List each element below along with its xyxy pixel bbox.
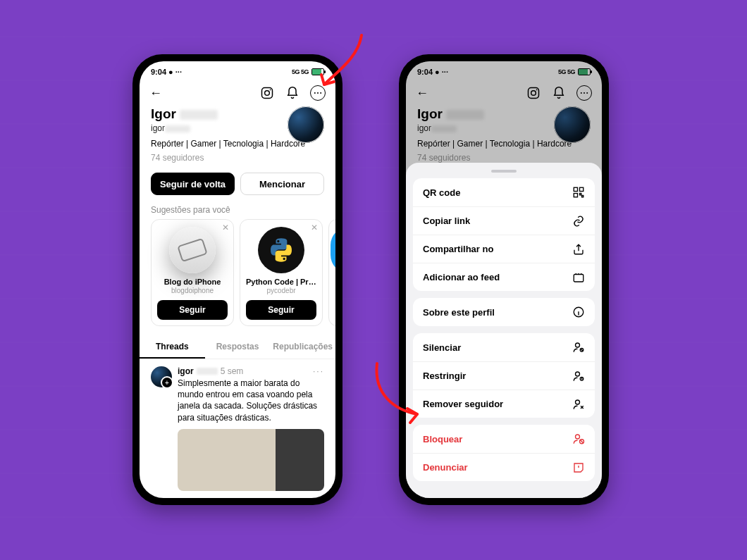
suggestion-name: Blog do iPhone (157, 278, 228, 286)
sheet-handle[interactable] (491, 170, 517, 173)
suggestion-username: blogdoiphone (157, 287, 228, 294)
phone-left: 9:04 ● ··· 5G 5G ← Igor igor Repórter | … (132, 54, 342, 505)
battery-icon (311, 68, 324, 75)
mute-row[interactable]: Silenciar (413, 333, 595, 361)
suggestions-title: Sugestões para você (140, 199, 335, 219)
followers-count[interactable]: 74 seguidores (151, 153, 324, 163)
sheet-group-3: Silenciar Restringir Remover seguidor (413, 333, 595, 418)
handle: igor (417, 123, 591, 133)
suggestion-card[interactable]: ✕ Python Code | Pro… pycodebr Seguir (240, 219, 323, 326)
svg-rect-0 (262, 88, 273, 99)
remove-user-icon (572, 398, 585, 411)
status-right: 5G 5G (292, 68, 324, 75)
redacted-handle (165, 125, 190, 132)
sheet-group-1: QR code Copiar link Compartilhar no Adic… (413, 178, 595, 291)
screen-left: 9:04 ● ··· 5G 5G ← Igor igor Repórter | … (140, 61, 335, 498)
follow-back-button[interactable]: Seguir de volta (151, 173, 235, 195)
post-author[interactable]: igor (178, 366, 194, 376)
instagram-icon[interactable] (526, 85, 541, 101)
status-bar: 9:04 ● ··· 5G 5G (406, 61, 602, 82)
suggestion-name: Python Code | Pro… (246, 278, 316, 286)
post-more-icon[interactable]: ··· (313, 366, 324, 376)
report-row[interactable]: Denunciar (413, 453, 595, 481)
svg-point-9 (581, 92, 582, 94)
notifications-icon[interactable] (285, 85, 300, 101)
suggestion-username: pycodebr (246, 287, 316, 294)
sheet-group-2: Sobre este perfil (413, 298, 595, 326)
remove-follower-row[interactable]: Remover seguidor (413, 390, 595, 418)
notifications-icon[interactable] (551, 85, 567, 101)
suggestions-row[interactable]: ✕ Blog do iPhone blogdoiphone Seguir ✕ P… (140, 219, 335, 326)
screen-right: 9:04 ● ··· 5G 5G ← Igor igor Repórter | … (406, 61, 602, 498)
back-icon[interactable]: ← (416, 86, 428, 101)
svg-rect-13 (580, 187, 584, 191)
svg-point-21 (576, 400, 580, 404)
post[interactable]: igor 5 sem ··· Simplesmente a maior bara… (140, 359, 335, 498)
suggestion-avatar (169, 227, 216, 273)
back-icon[interactable]: ← (149, 86, 162, 101)
tab-replies[interactable]: Respostas (205, 336, 271, 359)
redacted-handle (431, 125, 457, 132)
link-icon (572, 215, 585, 228)
close-icon[interactable]: ✕ (311, 223, 318, 232)
suggestion-card-partial[interactable]: C (328, 219, 335, 326)
suggestion-card[interactable]: ✕ Blog do iPhone blogdoiphone Seguir (151, 219, 234, 326)
qr-icon (572, 186, 585, 199)
close-icon[interactable]: ✕ (222, 223, 229, 232)
header-icons (526, 85, 592, 101)
feed-icon (572, 271, 585, 284)
share-icon (572, 243, 585, 256)
mention-button[interactable]: Mencionar (240, 173, 324, 195)
phone-right: 9:04 ● ··· 5G 5G ← Igor igor Repórter | … (399, 54, 609, 505)
svg-point-10 (584, 92, 585, 94)
profile-tabs: Threads Respostas Republicações (140, 336, 335, 359)
post-meta: igor 5 sem ··· (178, 366, 324, 376)
svg-point-22 (576, 435, 580, 439)
action-sheet: QR code Copiar link Compartilhar no Adic… (406, 163, 602, 498)
share-row[interactable]: Compartilhar no (413, 235, 595, 263)
qr-code-row[interactable]: QR code (413, 178, 595, 206)
suggestion-avatar (331, 227, 335, 273)
more-options-icon[interactable] (310, 85, 326, 101)
followers-count[interactable]: 74 seguidores (417, 153, 591, 163)
restrict-row[interactable]: Restringir (413, 361, 595, 390)
svg-point-5 (320, 92, 321, 94)
redacted-last-name (180, 110, 218, 120)
more-options-icon[interactable] (576, 85, 592, 101)
header-icons (259, 85, 326, 101)
svg-point-11 (586, 92, 588, 94)
report-icon (572, 461, 585, 474)
avatar[interactable] (554, 106, 591, 143)
block-row[interactable]: Bloquear (413, 425, 595, 453)
svg-point-3 (314, 92, 316, 94)
profile-block: Igor igor Repórter | Gamer | Tecnologia … (140, 105, 335, 168)
about-profile-row[interactable]: Sobre este perfil (413, 298, 595, 326)
add-to-feed-row[interactable]: Adicionar ao feed (413, 263, 595, 291)
status-bar: 9:04 ● ··· 5G 5G (140, 61, 335, 82)
suggestion-name: C (329, 278, 335, 286)
bio: Repórter | Gamer | Tecnologia | Hardcore (417, 139, 591, 149)
follow-button[interactable]: Seguir (157, 300, 228, 320)
battery-icon (578, 68, 591, 75)
follow-button[interactable]: Seguir (246, 300, 316, 320)
post-text: Simplesmente a maior barata do mundo ent… (178, 378, 324, 423)
tab-threads[interactable]: Threads (140, 336, 205, 359)
profile-block: Igor igor Repórter | Gamer | Tecnologia … (406, 105, 602, 168)
post-body: igor 5 sem ··· Simplesmente a maior bara… (178, 366, 324, 491)
svg-rect-12 (574, 187, 577, 191)
avatar[interactable] (288, 106, 324, 143)
header: ← (406, 82, 602, 105)
redacted-last-name (446, 110, 484, 120)
post-image[interactable] (178, 429, 324, 491)
redacted-suffix (197, 368, 218, 375)
status-right: 5G 5G (558, 68, 591, 75)
svg-point-19 (576, 372, 580, 376)
tab-reposts[interactable]: Republicações (270, 336, 335, 359)
sheet-group-4: Bloquear Denunciar (413, 425, 595, 481)
post-avatar[interactable] (151, 366, 172, 387)
status-time: 9:04 ● ··· (417, 68, 448, 76)
instagram-icon[interactable] (259, 85, 275, 101)
display-name: Igor (417, 106, 591, 122)
copy-link-row[interactable]: Copiar link (413, 206, 595, 235)
svg-point-7 (531, 91, 536, 96)
